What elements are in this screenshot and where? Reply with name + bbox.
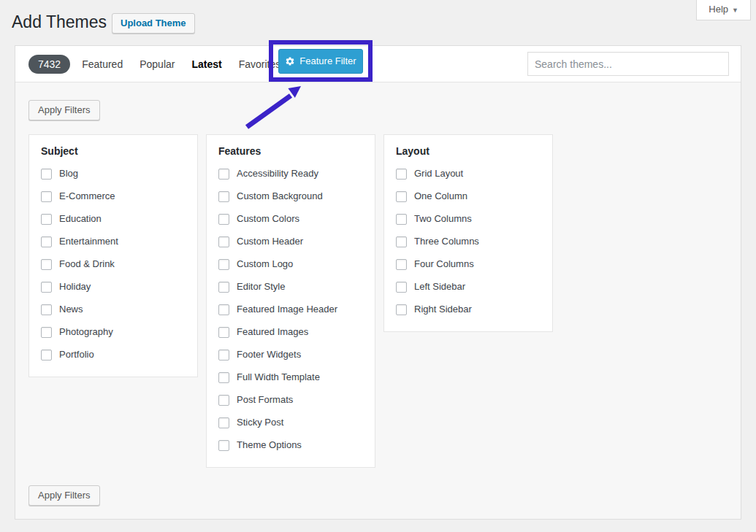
filter-option-row[interactable]: Education [41, 212, 186, 225]
checkbox-four-columns[interactable] [396, 259, 407, 270]
checkbox-custom-header[interactable] [218, 236, 229, 247]
filter-option-row[interactable]: Custom Header [218, 235, 363, 248]
filter-option-label: Sticky Post [237, 416, 283, 429]
filter-option-row[interactable]: Editor Style [218, 280, 363, 293]
filter-option-label: Food & Drink [59, 258, 115, 271]
checkbox-custom-colors[interactable] [218, 214, 229, 225]
filter-option-label: Grid Layout [414, 167, 463, 180]
checkbox-full-width-template[interactable] [218, 372, 229, 383]
feature-filter-button[interactable]: Feature Filter [278, 49, 363, 74]
search-input[interactable] [527, 52, 729, 76]
checkbox-entertainment[interactable] [41, 236, 52, 247]
filter-cards: SubjectBlogE-CommerceEducationEntertainm… [28, 134, 553, 468]
filter-option-label: Three Columns [414, 235, 479, 248]
filter-option-row[interactable]: Entertainment [41, 235, 186, 248]
filter-option-label: Left Sidebar [414, 280, 465, 293]
filter-option-label: Post Formats [237, 393, 293, 406]
filter-option-label: Featured Image Header [237, 303, 337, 316]
filter-option-label: Custom Colors [237, 212, 299, 225]
checkbox-sticky-post[interactable] [218, 417, 229, 428]
filter-option-row[interactable]: Featured Images [218, 325, 363, 339]
filter-option-row[interactable]: Theme Options [218, 439, 363, 452]
filter-option-label: One Column [414, 190, 467, 203]
filter-option-row[interactable]: Custom Colors [218, 212, 363, 225]
filter-option-label: Footer Widgets [237, 348, 301, 361]
checkbox-holiday[interactable] [41, 282, 52, 293]
filter-option-row[interactable]: Blog [41, 167, 186, 180]
filter-option-row[interactable]: Three Columns [396, 235, 541, 248]
filter-option-row[interactable]: Custom Background [218, 190, 363, 203]
filter-option-row[interactable]: Custom Logo [218, 258, 363, 271]
checkbox-education[interactable] [41, 214, 52, 225]
filter-option-label: Two Columns [414, 212, 472, 225]
filter-option-row[interactable]: Sticky Post [218, 416, 363, 429]
checkbox-one-column[interactable] [396, 191, 407, 202]
filter-group-features: FeaturesAccessibility ReadyCustom Backgr… [206, 134, 375, 468]
filter-option-row[interactable]: Footer Widgets [218, 348, 363, 361]
nav-links: FeaturedPopularLatestFavorites [82, 58, 297, 70]
checkbox-editor-style[interactable] [218, 282, 229, 293]
filter-option-row[interactable]: Holiday [41, 280, 186, 293]
gear-icon [285, 56, 295, 66]
filter-option-row[interactable]: Two Columns [396, 212, 541, 225]
filter-option-row[interactable]: E-Commerce [41, 190, 186, 203]
checkbox-two-columns[interactable] [396, 214, 407, 225]
checkbox-grid-layout[interactable] [396, 169, 407, 180]
filter-option-label: Custom Logo [237, 258, 293, 271]
help-dropdown[interactable]: Help▼ [696, 0, 751, 20]
filter-option-label: Four Columns [414, 258, 474, 271]
filter-option-label: Right Sidebar [414, 303, 472, 316]
checkbox-accessibility-ready[interactable] [218, 169, 229, 180]
nav-link-favorites[interactable]: Favorites [239, 58, 281, 70]
filter-option-row[interactable]: Full Width Template [218, 371, 363, 384]
filter-option-row[interactable]: Grid Layout [396, 167, 541, 180]
checkbox-blog[interactable] [41, 169, 52, 180]
help-label: Help [709, 4, 728, 15]
filter-option-row[interactable]: Portfolio [41, 348, 186, 361]
checkbox-footer-widgets[interactable] [218, 350, 229, 361]
filter-option-row[interactable]: News [41, 303, 186, 316]
checkbox-news[interactable] [41, 304, 52, 315]
checkbox-custom-logo[interactable] [218, 259, 229, 270]
filter-option-row[interactable]: Post Formats [218, 393, 363, 406]
theme-filter-toolbar: 7432 FeaturedPopularLatestFavorites [15, 46, 741, 82]
filter-option-row[interactable]: Photography [41, 325, 186, 339]
checkbox-featured-images[interactable] [218, 327, 229, 338]
filter-option-row[interactable]: Featured Image Header [218, 303, 363, 316]
filter-option-label: Accessibility Ready [237, 167, 318, 180]
checkbox-portfolio[interactable] [41, 350, 52, 361]
checkbox-food-drink[interactable] [41, 259, 52, 270]
add-themes-panel: 7432 FeaturedPopularLatestFavorites Appl… [15, 45, 741, 520]
filter-option-row[interactable]: Food & Drink [41, 258, 186, 271]
filter-option-label: Custom Header [237, 235, 303, 248]
filter-option-row[interactable]: Four Columns [396, 258, 541, 271]
filter-option-row[interactable]: Right Sidebar [396, 303, 541, 316]
nav-link-featured[interactable]: Featured [82, 58, 123, 70]
checkbox-post-formats[interactable] [218, 395, 229, 406]
checkbox-right-sidebar[interactable] [396, 304, 407, 315]
filter-option-label: Full Width Template [237, 371, 320, 384]
filter-option-label: Education [59, 212, 102, 225]
theme-count-badge: 7432 [28, 55, 70, 74]
checkbox-custom-background[interactable] [218, 191, 229, 202]
checkbox-e-commerce[interactable] [41, 191, 52, 202]
checkbox-three-columns[interactable] [396, 236, 407, 247]
apply-filters-button-bottom[interactable]: Apply Filters [28, 485, 100, 506]
apply-filters-button-top[interactable]: Apply Filters [28, 100, 100, 120]
filter-option-row[interactable]: Left Sidebar [396, 280, 541, 293]
filter-option-label: Blog [59, 167, 78, 180]
upload-theme-button[interactable]: Upload Theme [112, 13, 195, 34]
filter-option-label: Entertainment [59, 235, 118, 248]
checkbox-theme-options[interactable] [218, 440, 229, 451]
checkbox-photography[interactable] [41, 327, 52, 338]
nav-link-popular[interactable]: Popular [140, 58, 175, 70]
checkbox-left-sidebar[interactable] [396, 282, 407, 293]
filter-option-label: E-Commerce [59, 190, 115, 203]
filter-option-label: Theme Options [237, 439, 302, 452]
filter-option-label: Custom Background [237, 190, 323, 203]
checkbox-featured-image-header[interactable] [218, 304, 229, 315]
filter-option-row[interactable]: One Column [396, 190, 541, 203]
nav-link-latest[interactable]: Latest [191, 58, 221, 70]
filter-option-row[interactable]: Accessibility Ready [218, 167, 363, 180]
filter-option-label: Holiday [59, 280, 91, 293]
